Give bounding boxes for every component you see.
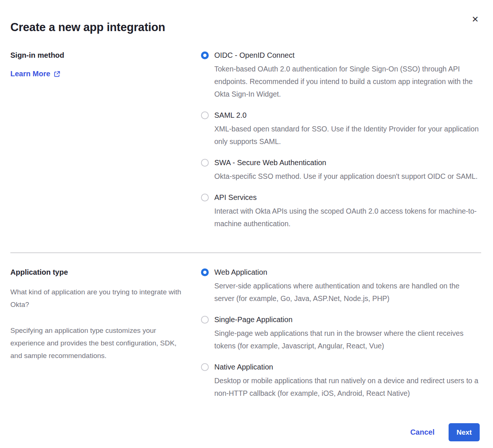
option-description: Single-page web applications that run in… <box>214 327 479 352</box>
radio-option-web-application[interactable]: Web Application Server-side applications… <box>201 267 479 305</box>
option-description: Desktop or mobile applications that run … <box>214 374 479 399</box>
radio-button-selected-icon[interactable] <box>201 268 209 276</box>
signin-method-options: OIDC - OpenID Connect Token-based OAuth … <box>201 50 493 230</box>
section-divider <box>10 252 481 253</box>
radio-option-api-services[interactable]: API Services Interact with Okta APIs usi… <box>201 193 479 230</box>
application-type-helper-2: Specifying an application type customize… <box>10 324 183 362</box>
application-type-left-column: Application type What kind of applicatio… <box>10 267 201 362</box>
close-icon: ✕ <box>472 14 479 24</box>
option-label: SWA - Secure Web Authentication <box>214 158 477 168</box>
page-title: Create a new app integration <box>10 0 493 34</box>
option-description: Okta-specific SSO method. Use if your ap… <box>214 170 477 183</box>
radio-option-single-page-application[interactable]: Single-Page Application Single-page web … <box>201 315 479 352</box>
close-button[interactable]: ✕ <box>469 13 481 25</box>
radio-option-saml[interactable]: SAML 2.0 XML-based open standard for SSO… <box>201 110 479 148</box>
option-description: Server-side applications where authentic… <box>214 280 479 305</box>
radio-button-icon[interactable] <box>201 316 209 324</box>
application-type-helper-1: What kind of application are you trying … <box>10 286 183 311</box>
create-app-integration-dialog: ✕ Create a new app integration Sign-in m… <box>0 0 493 448</box>
option-label: Native Application <box>214 362 479 372</box>
next-button[interactable]: Next <box>449 423 480 441</box>
learn-more-link[interactable]: Learn More <box>10 70 60 78</box>
signin-method-left-column: Sign-in method Learn More <box>10 50 201 78</box>
radio-button-icon[interactable] <box>201 159 209 167</box>
external-link-icon <box>54 71 60 77</box>
option-description: Token-based OAuth 2.0 authentication for… <box>214 63 479 100</box>
option-label: Web Application <box>214 267 479 277</box>
radio-button-icon[interactable] <box>201 194 209 201</box>
option-description: XML-based open standard for SSO. Use if … <box>214 123 479 148</box>
cancel-button[interactable]: Cancel <box>410 428 435 437</box>
radio-button-icon[interactable] <box>201 363 209 371</box>
radio-button-icon[interactable] <box>201 111 209 119</box>
radio-option-oidc[interactable]: OIDC - OpenID Connect Token-based OAuth … <box>201 50 479 100</box>
signin-method-heading: Sign-in method <box>10 50 183 60</box>
dialog-footer: Cancel Next <box>10 423 493 441</box>
option-label: Single-Page Application <box>214 315 479 325</box>
signin-method-section: Sign-in method Learn More OIDC - OpenID … <box>10 50 493 230</box>
option-description: Interact with Okta APIs using the scoped… <box>214 205 479 230</box>
application-type-heading: Application type <box>10 267 183 277</box>
option-label: OIDC - OpenID Connect <box>214 50 479 60</box>
radio-option-swa[interactable]: SWA - Secure Web Authentication Okta-spe… <box>201 158 479 183</box>
option-label: API Services <box>214 193 479 203</box>
learn-more-label: Learn More <box>10 70 50 78</box>
radio-option-native-application[interactable]: Native Application Desktop or mobile app… <box>201 362 479 399</box>
application-type-options: Web Application Server-side applications… <box>201 267 493 399</box>
option-label: SAML 2.0 <box>214 110 479 120</box>
application-type-section: Application type What kind of applicatio… <box>10 267 493 399</box>
radio-button-selected-icon[interactable] <box>201 51 209 59</box>
